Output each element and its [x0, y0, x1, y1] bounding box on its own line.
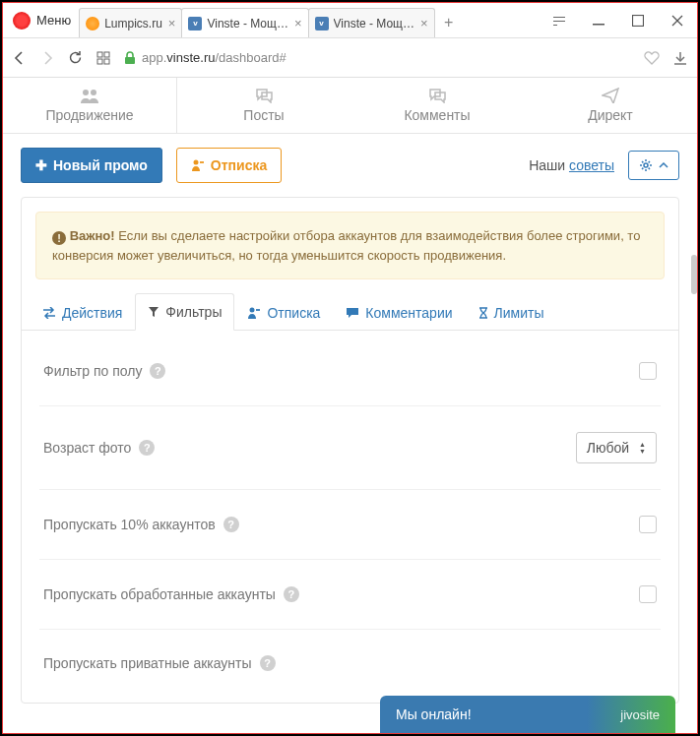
svg-rect-10	[104, 59, 109, 64]
filter-skip-percent: Пропускать 10% аккаунтов ?	[39, 490, 661, 560]
subtabs: Действия Фильтры Отписка Комментарии Лим…	[22, 293, 678, 331]
checkbox[interactable]	[639, 362, 657, 380]
svg-rect-11	[125, 57, 135, 64]
svg-rect-0	[553, 17, 565, 18]
tab-filters[interactable]: Фильтры	[135, 293, 234, 331]
nav-direct[interactable]: Директ	[524, 78, 697, 133]
tab-limits[interactable]: Лимиты	[466, 293, 557, 331]
browser-addressbar: app.vinste.ru/dashboard#	[3, 38, 697, 78]
user-minus-icon	[247, 307, 261, 319]
filter-label: Пропускать 10% аккаунтов ?	[43, 517, 239, 532]
filter-skip-processed: Пропускать обработанные аккаунты ?	[39, 560, 661, 630]
unsubscribe-button[interactable]: Отписка	[176, 148, 282, 183]
help-icon[interactable]: ?	[260, 655, 276, 671]
filter-label: Пропускать обработанные аккаунты ?	[43, 586, 299, 602]
tab-label: Фильтры	[165, 304, 222, 320]
help-icon[interactable]: ?	[139, 440, 155, 456]
speed-dial-icon[interactable]	[96, 51, 110, 65]
browser-tab[interactable]: v Vinste - Мощ… ×	[308, 8, 435, 37]
hourglass-icon	[478, 307, 488, 319]
close-icon[interactable]: ×	[294, 17, 302, 30]
tips-link[interactable]: советы	[569, 157, 614, 173]
gear-icon	[639, 158, 653, 172]
tab-unsubscribe[interactable]: Отписка	[234, 293, 333, 331]
comment-icon	[346, 307, 359, 319]
svg-point-19	[250, 307, 255, 312]
filter-skip-private: Пропускать приватные аккаунты ?	[39, 630, 661, 697]
minimize-icon[interactable]	[579, 3, 618, 38]
tab-label: Отписка	[267, 305, 320, 321]
photo-age-select[interactable]: Любой ▲▼	[576, 432, 657, 463]
svg-point-14	[83, 90, 89, 95]
app-content: Продвижение Посты Комменты Директ ✚ Новы…	[3, 78, 697, 733]
url-input[interactable]: app.vinste.ru/dashboard#	[124, 44, 660, 72]
new-promo-button[interactable]: ✚ Новый промо	[21, 148, 162, 183]
browser-menu-button[interactable]: Меню	[36, 13, 71, 28]
svg-point-18	[644, 163, 648, 167]
filter-photo-age: Возраст фото ? Любой ▲▼	[39, 406, 661, 490]
favicon-icon: v	[188, 17, 202, 31]
filter-label: Фильтр по полу ?	[43, 363, 165, 379]
nav-comments[interactable]: Комменты	[350, 78, 524, 133]
bookmark-icon[interactable]	[644, 51, 660, 65]
opera-logo-icon	[13, 12, 31, 30]
chat-brand: jivosite	[620, 707, 660, 722]
url-text: app.vinste.ru/dashboard#	[142, 50, 286, 65]
nav-posts[interactable]: Посты	[177, 78, 350, 133]
back-button[interactable]	[13, 51, 27, 65]
sidebar-toggle-icon[interactable]	[540, 3, 579, 38]
close-icon[interactable]	[658, 3, 697, 38]
filters-form: Фильтр по полу ? Возраст фото ? Любой ▲▼	[22, 331, 678, 703]
tab-label: Действия	[62, 305, 122, 321]
help-icon[interactable]: ?	[150, 363, 165, 379]
svg-rect-2	[553, 25, 557, 26]
select-value: Любой	[587, 440, 629, 456]
nav-label: Продвижение	[45, 107, 133, 123]
tab-comments[interactable]: Комментарии	[333, 293, 465, 331]
tab-label: Vinste - Мощ…	[207, 17, 287, 31]
forward-button[interactable]	[40, 51, 54, 65]
svg-point-16	[193, 160, 198, 165]
settings-dropdown[interactable]	[628, 151, 679, 180]
maximize-icon[interactable]	[618, 3, 658, 38]
jivosite-widget[interactable]: Мы онлайн! jivosite	[380, 696, 675, 733]
nav-promotion[interactable]: Продвижение	[3, 78, 177, 133]
chevron-up-icon	[659, 162, 668, 168]
new-tab-button[interactable]: +	[434, 8, 464, 37]
nav-label: Комменты	[404, 107, 470, 123]
filter-gender: Фильтр по полу ?	[39, 337, 661, 406]
tab-actions[interactable]: Действия	[30, 293, 135, 331]
alert-body: Если вы сделаете настройки отбора аккаун…	[52, 228, 640, 263]
checkbox[interactable]	[639, 516, 657, 533]
settings-panel: ! Важно! Если вы сделаете настройки отбо…	[21, 197, 679, 704]
download-icon[interactable]	[673, 51, 687, 65]
tab-label: Комментарии	[365, 305, 452, 321]
browser-tab[interactable]: v Vinste - Мощ… ×	[181, 8, 308, 37]
reload-button[interactable]	[68, 50, 83, 65]
tab-label: Lumpics.ru	[104, 17, 162, 31]
help-icon[interactable]: ?	[223, 517, 239, 532]
svg-rect-9	[97, 59, 102, 64]
svg-rect-4	[633, 15, 644, 26]
filter-label: Возраст фото ?	[43, 440, 155, 456]
chat-icon	[177, 88, 350, 103]
nav-label: Директ	[588, 107, 633, 123]
tab-label: Vinste - Мощ…	[334, 17, 414, 31]
svg-rect-8	[104, 52, 109, 57]
close-icon[interactable]: ×	[420, 17, 428, 30]
users-icon	[3, 88, 176, 103]
window-controls	[540, 3, 697, 38]
svg-rect-3	[593, 24, 605, 26]
checkbox[interactable]	[639, 585, 657, 603]
send-icon	[524, 88, 697, 103]
button-label: Отписка	[211, 157, 267, 173]
browser-tab[interactable]: Lumpics.ru ×	[79, 8, 182, 37]
toolbar: ✚ Новый промо Отписка Наши советы	[3, 134, 697, 197]
alert-title: Важно!	[70, 228, 115, 243]
chat-status: Мы онлайн!	[396, 706, 472, 722]
scrollbar[interactable]	[691, 255, 697, 294]
close-icon[interactable]: ×	[168, 17, 176, 30]
browser-titlebar: Меню Lumpics.ru × v Vinste - Мощ… × v Vi…	[3, 3, 697, 38]
help-icon[interactable]: ?	[284, 586, 299, 602]
warning-icon: !	[52, 231, 66, 245]
